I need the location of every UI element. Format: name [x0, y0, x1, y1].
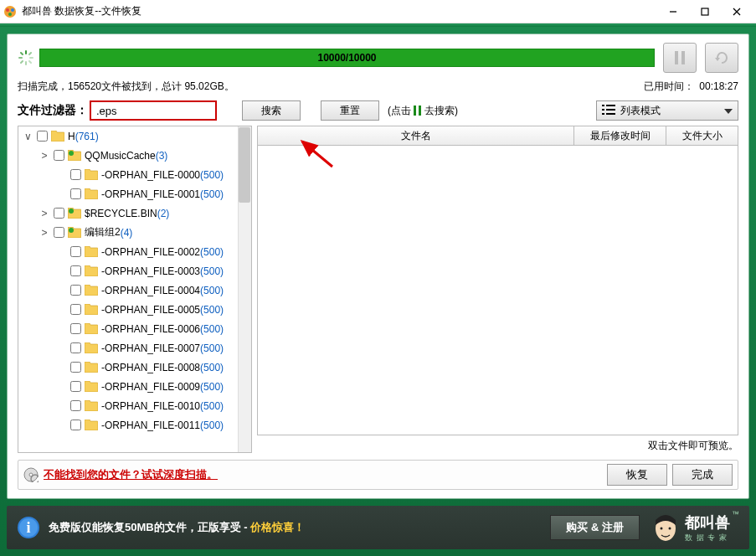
tree-item[interactable]: -ORPHAN_FILE-0010 (500)	[18, 396, 251, 415]
tree-checkbox[interactable]	[70, 400, 81, 411]
tree-item[interactable]: -ORPHAN_FILE-0009 (500)	[18, 377, 251, 396]
tree-item[interactable]: -ORPHAN_FILE-0002 (500)	[18, 242, 251, 261]
tree-item[interactable]: >QQMusicCache (3)	[18, 146, 251, 165]
tree-item-label: 编辑组2	[85, 225, 121, 239]
folder-icon	[85, 420, 98, 430]
tree-checkbox[interactable]	[54, 227, 64, 238]
tree-checkbox[interactable]	[70, 246, 81, 257]
tree-checkbox[interactable]	[70, 265, 81, 276]
tree-checkbox[interactable]	[70, 362, 81, 373]
expand-toggle[interactable]: >	[39, 150, 50, 162]
svg-point-2	[11, 8, 14, 12]
tree-item-label: QQMusicCache	[85, 150, 156, 162]
tree-checkbox[interactable]	[70, 381, 81, 392]
filter-input[interactable]	[90, 100, 217, 121]
recover-button[interactable]: 恢复	[607, 464, 667, 486]
minimize-button[interactable]	[657, 0, 689, 23]
search-button[interactable]: 搜索	[242, 100, 301, 121]
tree-item[interactable]: -ORPHAN_FILE-0004 (500)	[18, 281, 251, 300]
tree-item[interactable]: >编辑组2 (4)	[18, 223, 251, 242]
tree-item[interactable]: -ORPHAN_FILE-0003 (500)	[18, 261, 251, 281]
view-mode-dropdown[interactable]: 列表模式	[596, 100, 738, 121]
tree-item-label: -ORPHAN_FILE-0008	[101, 362, 200, 373]
tree-item-count: (500)	[200, 188, 224, 200]
expand-toggle[interactable]: >	[39, 208, 50, 219]
scrollbar[interactable]	[238, 126, 251, 452]
tree-item-label: -ORPHAN_FILE-0003	[101, 265, 200, 277]
tree-item[interactable]: >$RECYCLE.BIN (2)	[18, 203, 251, 223]
app-icon	[3, 5, 17, 18]
finish-button[interactable]: 完成	[672, 464, 733, 486]
maximize-button[interactable]	[689, 0, 721, 23]
file-list-body[interactable]	[257, 146, 738, 435]
close-button[interactable]	[721, 0, 753, 23]
tree-item-count: (500)	[200, 381, 224, 393]
tree-checkbox[interactable]	[54, 208, 64, 219]
buy-register-button[interactable]: 购买 & 注册	[550, 515, 640, 540]
view-mode-label: 列表模式	[620, 104, 661, 118]
tree-checkbox[interactable]	[70, 420, 81, 430]
file-list-header: 文件名 最后修改时间 文件大小	[257, 126, 738, 146]
tree-item-label: $RECYCLE.BIN	[85, 208, 157, 219]
pause-button[interactable]	[663, 43, 697, 73]
tree-checkbox[interactable]	[54, 150, 64, 161]
tree-checkbox[interactable]	[70, 285, 81, 296]
tree-item-count: (500)	[200, 342, 224, 354]
tree-item[interactable]: -ORPHAN_FILE-0005 (500)	[18, 300, 251, 319]
middle-split: ∨H (761)>QQMusicCache (3)-ORPHAN_FILE-00…	[18, 126, 738, 453]
tree-item[interactable]: -ORPHAN_FILE-0001 (500)	[18, 184, 251, 203]
svg-rect-5	[702, 8, 708, 15]
expand-toggle[interactable]: ∨	[22, 131, 33, 142]
tree-item[interactable]: -ORPHAN_FILE-0007 (500)	[18, 338, 251, 358]
tree-checkbox[interactable]	[37, 131, 48, 142]
tree-item[interactable]: -ORPHAN_FILE-0011 (500)	[18, 415, 251, 435]
brand-logo: 都叫兽 数 据 专 家 ™	[650, 510, 739, 545]
bottom-actions: 不能找到您的文件？试试深度扫描。 恢复 完成	[18, 460, 738, 490]
footer-bar: i 免费版仅能恢复50MB的文件，正版享受 - 价格惊喜！ 购买 & 注册 都叫…	[7, 506, 749, 549]
scrollbar-thumb[interactable]	[239, 127, 250, 203]
expand-toggle[interactable]: >	[39, 227, 50, 239]
tree-item-label: -ORPHAN_FILE-0002	[101, 246, 200, 258]
tree-checkbox[interactable]	[70, 304, 81, 315]
reset-button[interactable]: 重置	[321, 100, 379, 121]
tree-item-label: -ORPHAN_FILE-0006	[101, 323, 200, 335]
col-modified-time[interactable]: 最后修改时间	[574, 126, 666, 145]
tree-item-label: -ORPHAN_FILE-0005	[101, 304, 200, 316]
pause-bars-icon	[413, 105, 423, 116]
tree-item[interactable]: -ORPHAN_FILE-0008 (500)	[18, 358, 251, 377]
info-icon: i	[17, 516, 40, 539]
tree-item-count: (3)	[156, 150, 168, 162]
filter-row: 文件过滤器： 搜索 重置 (点击 去搜索) 列表模式	[18, 100, 738, 121]
tree-item-count: (500)	[200, 285, 224, 296]
tree-item-label: -ORPHAN_FILE-0007	[101, 342, 200, 354]
tree-checkbox[interactable]	[70, 323, 81, 334]
folder-icon	[68, 208, 81, 219]
svg-rect-25	[606, 113, 615, 115]
col-filename[interactable]: 文件名	[258, 126, 574, 145]
file-list-panel: 文件名 最后修改时间 文件大小 双击文件即可预览。	[257, 126, 738, 453]
svg-rect-18	[414, 106, 416, 116]
svg-rect-22	[602, 109, 604, 111]
main-panel: 10000/10000 扫描完成，156520文件被找到，总计 95.02GB。…	[7, 33, 749, 499]
folder-icon	[85, 400, 98, 411]
tree-item-count: (500)	[200, 169, 224, 181]
tree-checkbox[interactable]	[70, 169, 81, 180]
svg-rect-23	[606, 109, 615, 111]
elapsed-time: 已用时间： 00:18:27	[644, 80, 738, 94]
filter-label: 文件过滤器：	[18, 103, 88, 118]
tree-checkbox[interactable]	[70, 188, 81, 199]
tree-checkbox[interactable]	[70, 342, 81, 353]
tree-item-label: -ORPHAN_FILE-0004	[101, 285, 200, 296]
folder-icon	[51, 131, 64, 142]
col-filesize[interactable]: 文件大小	[666, 126, 738, 145]
tree-item-label: -ORPHAN_FILE-0010	[101, 400, 200, 412]
tree-item[interactable]: -ORPHAN_FILE-0006 (500)	[18, 319, 251, 338]
svg-line-12	[21, 53, 23, 54]
folder-tree[interactable]: ∨H (761)>QQMusicCache (3)-ORPHAN_FILE-00…	[18, 126, 252, 453]
tree-item[interactable]: ∨H (761)	[18, 126, 251, 146]
tree-item[interactable]: -ORPHAN_FILE-0000 (500)	[18, 165, 251, 184]
deep-scan-link[interactable]: 不能找到您的文件？试试深度扫描。	[23, 467, 218, 482]
tree-item-count: (500)	[200, 400, 224, 412]
tree-item-count: (500)	[200, 362, 224, 373]
stop-button[interactable]	[705, 43, 738, 73]
